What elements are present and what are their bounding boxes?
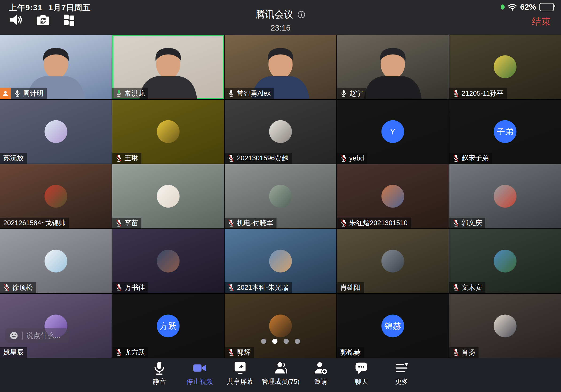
participant-tile[interactable]: 苏沅放 bbox=[0, 100, 112, 164]
participant-name: 李苗 bbox=[125, 218, 138, 228]
mic-status-icon bbox=[14, 89, 21, 98]
participant-tile[interactable]: 子弟 赵宋子弟 bbox=[449, 100, 561, 164]
participant-tile[interactable]: 徐顶松 bbox=[0, 229, 112, 293]
mic-status-icon bbox=[453, 283, 459, 292]
layout-grid-button[interactable] bbox=[63, 14, 75, 26]
mic-status-icon bbox=[453, 89, 459, 98]
mic-status-icon bbox=[453, 348, 459, 357]
participant-tile[interactable]: 朱红熠2021301510 bbox=[337, 164, 449, 229]
participant-tile[interactable]: 说点什么... 姚星辰 bbox=[0, 294, 112, 358]
avatar bbox=[44, 185, 67, 208]
participant-tile[interactable]: 李苗 bbox=[112, 164, 224, 229]
meeting-title: 腾讯会议 bbox=[256, 8, 293, 21]
status-time-date: 上午9:311月7日周五 bbox=[9, 2, 91, 13]
toolbar-button-label: 邀请 bbox=[314, 377, 327, 386]
avatar bbox=[157, 250, 180, 272]
name-tag: 常智勇Alex bbox=[225, 88, 274, 99]
avatar: Y bbox=[381, 120, 404, 143]
participant-tile[interactable]: 王琳 bbox=[112, 100, 224, 164]
participant-name: 郭锦赫 bbox=[340, 348, 361, 357]
participant-name: 徐顶松 bbox=[12, 283, 33, 292]
avatar bbox=[269, 315, 292, 337]
toolbar-button-label: 停止视频 bbox=[186, 377, 213, 386]
participant-name: 肖础阳 bbox=[340, 283, 361, 292]
participant-tile[interactable]: 肖扬 bbox=[449, 294, 561, 358]
avatar bbox=[494, 250, 517, 272]
mic-status-icon bbox=[453, 219, 459, 227]
name-tag: 文木安 bbox=[449, 282, 485, 293]
participant-name: 2021本科-朱光瑞 bbox=[237, 283, 288, 292]
participant-tile[interactable]: 锦赫 郭锦赫 bbox=[337, 294, 449, 358]
invite-icon bbox=[314, 361, 328, 375]
mic-status-icon bbox=[340, 219, 347, 227]
toolbar-button-share[interactable]: 共享屏幕 bbox=[220, 361, 260, 392]
toolbar-button-members[interactable]: 管理成员(75) bbox=[260, 361, 301, 392]
avatar bbox=[269, 185, 292, 208]
mic-status-icon bbox=[228, 154, 235, 162]
toolbar-button-chat[interactable]: 聊天 bbox=[341, 361, 381, 392]
page-dots bbox=[261, 339, 300, 344]
name-tag: 机电-付晓军 bbox=[225, 218, 277, 229]
participant-tile[interactable]: 肖础阳 bbox=[337, 229, 449, 293]
avatar: 锦赫 bbox=[381, 315, 404, 337]
avatar bbox=[269, 120, 292, 143]
chat-input-overlay[interactable]: 说点什么... bbox=[5, 328, 69, 343]
name-tag: 尤方跃 bbox=[112, 347, 148, 358]
emoji-smiley-icon[interactable] bbox=[9, 331, 18, 340]
name-tag: 赵宁 bbox=[337, 88, 366, 99]
avatar bbox=[269, 250, 292, 272]
participant-name: 周计明 bbox=[23, 89, 43, 98]
speaker-button[interactable] bbox=[9, 14, 23, 26]
name-tag: yebd bbox=[337, 153, 367, 163]
video-feed bbox=[358, 41, 427, 99]
name-tag: 李苗 bbox=[112, 218, 141, 229]
participant-name: 2021261584~戈锦帅 bbox=[3, 218, 65, 228]
toolbar-button-more[interactable]: 更多 bbox=[381, 361, 422, 392]
mic-status-icon bbox=[228, 348, 235, 357]
participant-tile[interactable]: 常洪龙 bbox=[112, 35, 224, 99]
participant-name: 文木安 bbox=[462, 283, 482, 292]
participant-tile[interactable]: 周计明 bbox=[0, 35, 112, 99]
participant-name: 万书佳 bbox=[125, 283, 145, 292]
manage-members-icon bbox=[273, 361, 288, 375]
participant-name: yebd bbox=[349, 154, 364, 162]
participant-tile[interactable]: 文木安 bbox=[449, 229, 561, 293]
participant-grid: 周计明 常洪龙 bbox=[0, 35, 561, 358]
name-tag: 王琳 bbox=[112, 153, 141, 163]
participant-tile[interactable]: 21205-11孙平 bbox=[449, 35, 561, 99]
participant-tile[interactable]: 郭辉 bbox=[225, 294, 336, 358]
avatar-letter: 子弟 bbox=[497, 126, 514, 137]
battery-percent: 62% bbox=[520, 2, 536, 11]
toolbar-button-mic[interactable]: 静音 bbox=[139, 361, 180, 392]
chat-icon bbox=[354, 361, 369, 375]
info-icon[interactable] bbox=[297, 11, 305, 19]
participant-tile[interactable]: 赵宁 bbox=[337, 35, 449, 99]
toolbar-button-label: 共享屏幕 bbox=[227, 377, 253, 386]
switch-camera-button[interactable] bbox=[36, 14, 50, 26]
participant-tile[interactable]: 机电-付晓军 bbox=[225, 164, 336, 229]
more-icon bbox=[394, 361, 409, 375]
mic-status-icon bbox=[116, 283, 122, 292]
participant-tile[interactable]: 2021261584~戈锦帅 bbox=[0, 164, 112, 229]
name-tag: 常洪龙 bbox=[112, 88, 148, 99]
participant-tile[interactable]: 常智勇Alex bbox=[225, 35, 336, 99]
name-tag: 2021本科-朱光瑞 bbox=[225, 282, 291, 293]
toolbar-button-invite[interactable]: 邀请 bbox=[301, 361, 341, 392]
mic-status-icon bbox=[116, 348, 122, 357]
participant-name: 王琳 bbox=[125, 153, 138, 163]
end-meeting-button[interactable]: 结束 bbox=[532, 15, 551, 28]
toolbar-button-video[interactable]: 停止视频 bbox=[180, 361, 220, 392]
mic-status-icon bbox=[3, 283, 10, 292]
mic-status-icon bbox=[340, 89, 347, 98]
participant-name: 肖扬 bbox=[462, 348, 475, 357]
mute-icon bbox=[152, 361, 167, 375]
participant-tile[interactable]: 方跃 尤方跃 bbox=[112, 294, 224, 358]
participant-tile[interactable]: 郭文庆 bbox=[449, 164, 561, 229]
participant-tile[interactable]: 万书佳 bbox=[112, 229, 224, 293]
participant-tile[interactable]: Y yebd bbox=[337, 100, 449, 164]
participant-tile[interactable]: 2021301596贾越 bbox=[225, 100, 336, 164]
name-tag: 万书佳 bbox=[112, 282, 148, 293]
name-tag: 2021261584~戈锦帅 bbox=[0, 218, 69, 229]
participant-tile[interactable]: 2021本科-朱光瑞 bbox=[225, 229, 336, 293]
host-badge bbox=[0, 88, 11, 99]
